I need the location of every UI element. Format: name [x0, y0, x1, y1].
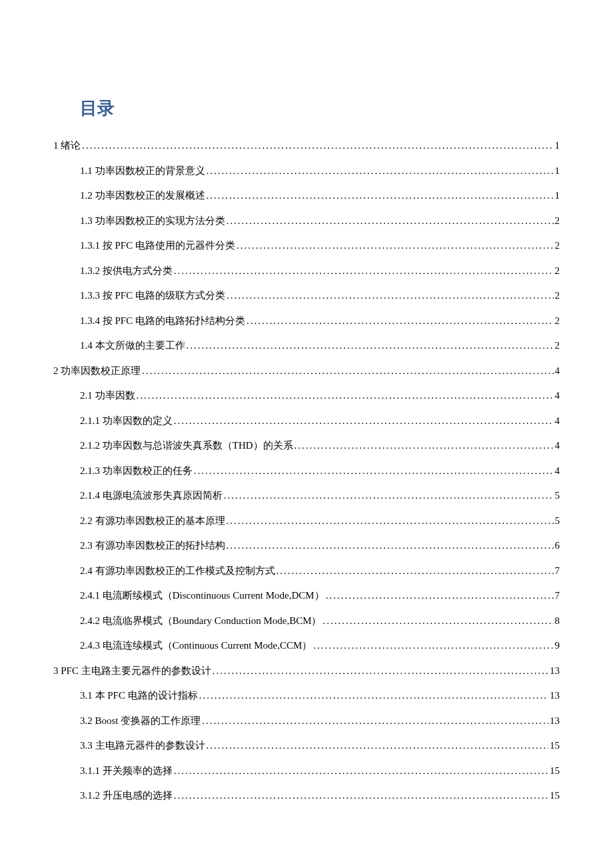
toc-entry-page: 13 [550, 664, 560, 678]
toc-entry-page: 1 [555, 164, 560, 178]
toc-leader-dots [194, 464, 554, 478]
toc-entry-text: 2.3 有源功率因数校正的拓扑结构 [80, 539, 225, 553]
toc-entry[interactable]: 1.3.1 按 PFC 电路使用的元器件分类2 [53, 239, 560, 253]
toc-entry-text: 1.2 功率因数校正的发展概述 [80, 189, 205, 203]
toc-entry[interactable]: 2.2 有源功率因数校正的基本原理5 [53, 514, 560, 528]
toc-entry-page: 4 [555, 364, 560, 378]
toc-leader-dots [295, 439, 554, 453]
toc-entry-page: 4 [555, 464, 560, 478]
toc-entry-text: 1 绪论 [53, 139, 81, 153]
toc-entry-text: 1.3.4 按 PFC 电路的电路拓扑结构分类 [80, 314, 245, 328]
toc-entry[interactable]: 1.4 本文所做的主要工作2 [53, 339, 560, 353]
toc-entry[interactable]: 2.4 有源功率因数校正的工作模式及控制方式7 [53, 564, 560, 578]
toc-entry-text: 3.2 Boost 变换器的工作原理 [80, 714, 201, 728]
toc-leader-dots [174, 414, 554, 428]
toc-entry-page: 2 [555, 239, 560, 253]
toc-entry[interactable]: 1.3.4 按 PFC 电路的电路拓扑结构分类2 [53, 314, 560, 328]
toc-leader-dots [323, 614, 554, 628]
toc-entry-page: 7 [555, 564, 560, 578]
toc-entry-text: 2 功率因数校正原理 [53, 364, 141, 378]
toc-entry[interactable]: 1.3.3 按 PFC 电路的级联方式分类2 [53, 289, 560, 303]
toc-heading: 目录 [80, 97, 560, 120]
toc-entry[interactable]: 1 绪论1 [53, 139, 560, 153]
toc-leader-dots [227, 214, 554, 228]
toc-leader-dots [142, 364, 553, 378]
toc-entry-text: 3.3 主电路元器件的参数设计 [80, 739, 205, 753]
toc-leader-dots [247, 314, 554, 328]
toc-leader-dots [207, 739, 549, 753]
toc-entry-text: 2.4 有源功率因数校正的工作模式及控制方式 [80, 564, 275, 578]
toc-leader-dots [213, 664, 548, 678]
toc-entry-page: 13 [550, 689, 560, 703]
toc-entry-text: 2.4.2 电流临界模式（Boundary Conduction Mode,BC… [80, 614, 322, 628]
toc-entry[interactable]: 2.3 有源功率因数校正的拓扑结构6 [53, 539, 560, 553]
toc-entry-page: 5 [555, 489, 560, 503]
toc-entry-text: 3.1 本 PFC 电路的设计指标 [80, 689, 198, 703]
toc-entry-text: 3 PFC 主电路主要元器件的参数设计 [53, 664, 211, 678]
toc-entry-text: 2.1 功率因数 [80, 389, 135, 403]
toc-leader-dots [187, 339, 554, 353]
toc-entry[interactable]: 2.1.4 电源电流波形失真原因简析5 [53, 489, 560, 503]
toc-entry-text: 1.1 功率因数校正的背景意义 [80, 164, 205, 178]
toc-entry[interactable]: 2.1.3 功率因数校正的任务4 [53, 464, 560, 478]
toc-leader-dots [224, 489, 554, 503]
toc-list: 1 绪论11.1 功率因数校正的背景意义11.2 功率因数校正的发展概述11.3… [53, 139, 560, 803]
toc-entry[interactable]: 2.4.3 电流连续模式（Continuous Current Mode,CCM… [53, 639, 560, 653]
toc-leader-dots [313, 639, 553, 653]
toc-entry[interactable]: 1.1 功率因数校正的背景意义1 [53, 164, 560, 178]
toc-leader-dots [174, 789, 548, 803]
toc-entry-page: 1 [555, 139, 560, 153]
toc-entry[interactable]: 2.1 功率因数4 [53, 389, 560, 403]
toc-entry-page: 8 [555, 614, 560, 628]
toc-entry[interactable]: 2.4.2 电流临界模式（Boundary Conduction Mode,BC… [53, 614, 560, 628]
toc-entry[interactable]: 3.3 主电路元器件的参数设计15 [53, 739, 560, 753]
toc-entry[interactable]: 1.2 功率因数校正的发展概述1 [53, 189, 560, 203]
toc-entry-text: 3.1.1 开关频率的选择 [80, 764, 173, 778]
toc-entry-page: 15 [550, 739, 560, 753]
toc-entry-page: 15 [550, 789, 560, 803]
toc-leader-dots [174, 764, 548, 778]
toc-leader-dots [137, 389, 554, 403]
toc-leader-dots [202, 714, 548, 728]
toc-entry-page: 2 [555, 264, 560, 278]
toc-entry[interactable]: 3.2 Boost 变换器的工作原理13 [53, 714, 560, 728]
toc-leader-dots [227, 514, 554, 528]
toc-entry-text: 2.2 有源功率因数校正的基本原理 [80, 514, 225, 528]
toc-entry-page: 1 [555, 189, 560, 203]
toc-entry-text: 1.3 功率因数校正的实现方法分类 [80, 214, 225, 228]
toc-entry-page: 15 [550, 764, 560, 778]
toc-entry-page: 2 [555, 339, 560, 353]
toc-leader-dots [237, 239, 554, 253]
toc-leader-dots [82, 139, 553, 153]
toc-entry-text: 2.4.3 电流连续模式（Continuous Current Mode,CCM… [80, 639, 312, 653]
toc-entry-page: 4 [555, 439, 560, 453]
toc-entry-text: 2.1.4 电源电流波形失真原因简析 [80, 489, 223, 503]
toc-entry[interactable]: 3.1.1 开关频率的选择15 [53, 764, 560, 778]
toc-entry[interactable]: 3.1 本 PFC 电路的设计指标13 [53, 689, 560, 703]
toc-entry[interactable]: 3 PFC 主电路主要元器件的参数设计13 [53, 664, 560, 678]
toc-leader-dots [174, 264, 554, 278]
toc-entry-page: 7 [555, 589, 560, 603]
toc-leader-dots [326, 589, 554, 603]
toc-leader-dots [227, 289, 554, 303]
toc-entry[interactable]: 3.1.2 升压电感的选择15 [53, 789, 560, 803]
toc-entry[interactable]: 2.1.1 功率因数的定义4 [53, 414, 560, 428]
toc-entry[interactable]: 1.3 功率因数校正的实现方法分类2 [53, 214, 560, 228]
toc-entry-page: 2 [555, 289, 560, 303]
toc-entry-page: 6 [555, 539, 560, 553]
toc-entry[interactable]: 2.1.2 功率因数与总谐波失真系数（THD）的关系4 [53, 439, 560, 453]
toc-entry-text: 2.1.2 功率因数与总谐波失真系数（THD）的关系 [80, 439, 293, 453]
toc-entry-page: 4 [555, 414, 560, 428]
toc-entry-text: 3.1.2 升压电感的选择 [80, 789, 173, 803]
toc-entry-text: 1.3.1 按 PFC 电路使用的元器件分类 [80, 239, 235, 253]
toc-entry-text: 1.3.2 按供电方式分类 [80, 264, 173, 278]
toc-entry-text: 2.1.3 功率因数校正的任务 [80, 464, 193, 478]
toc-entry[interactable]: 2 功率因数校正原理4 [53, 364, 560, 378]
toc-entry-page: 13 [550, 714, 560, 728]
toc-entry-text: 2.4.1 电流断续模式（Discontinuous Current Mode,… [80, 589, 324, 603]
toc-leader-dots [227, 539, 554, 553]
toc-entry[interactable]: 1.3.2 按供电方式分类2 [53, 264, 560, 278]
toc-entry-text: 2.1.1 功率因数的定义 [80, 414, 173, 428]
toc-entry[interactable]: 2.4.1 电流断续模式（Discontinuous Current Mode,… [53, 589, 560, 603]
toc-entry-page: 2 [555, 214, 560, 228]
